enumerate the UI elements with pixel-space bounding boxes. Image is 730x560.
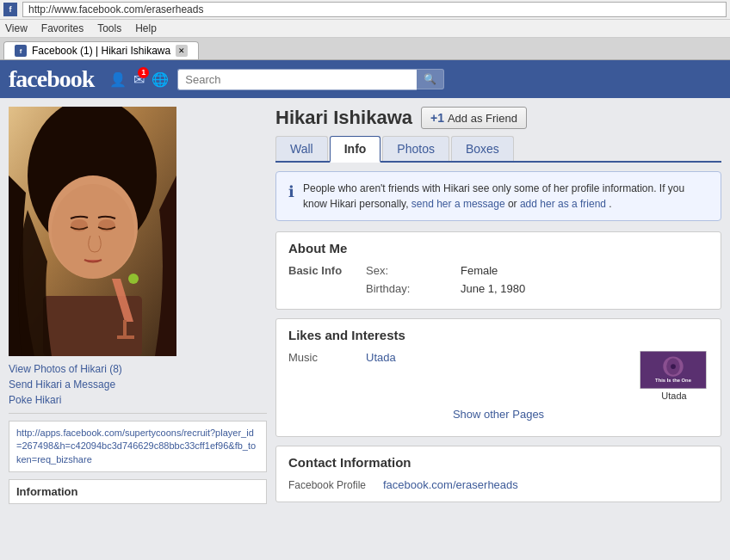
- view-photos-link[interactable]: View Photos of Hikari (8): [9, 363, 267, 375]
- browser-titlebar: f: [0, 0, 730, 20]
- music-category-label: Music: [288, 351, 366, 364]
- profile-divider: [9, 413, 267, 414]
- search-input[interactable]: [177, 69, 417, 90]
- search-button[interactable]: 🔍: [417, 69, 444, 89]
- poke-link[interactable]: Poke Hikari: [9, 394, 267, 406]
- nav-tools[interactable]: Tools: [97, 22, 121, 34]
- utada-card-svg: This Is the One: [640, 351, 706, 389]
- nav-view[interactable]: View: [5, 22, 28, 34]
- profile-photo: [9, 107, 176, 356]
- about-me-section: About Me Basic Info Sex: Female Birthday…: [275, 231, 721, 310]
- nav-favorites[interactable]: Favorites: [41, 22, 84, 34]
- sex-value: Female: [461, 264, 498, 277]
- svg-point-14: [671, 364, 676, 369]
- svg-rect-8: [123, 320, 127, 337]
- facebook-profile-row: Facebook Profile facebook.com/eraserhead…: [288, 478, 708, 493]
- tab-photos[interactable]: Photos: [382, 136, 449, 161]
- birthday-label: Birthday:: [366, 282, 461, 295]
- notice-text: People who aren't friends with Hikari se…: [303, 181, 708, 212]
- contact-section: Contact Information Facebook Profile fac…: [275, 446, 721, 502]
- notice-text-3: .: [609, 198, 611, 210]
- browser-tab[interactable]: f Facebook (1) | Hikari Ishikawa ✕: [3, 41, 199, 59]
- facebook-profile-label: Facebook Profile: [288, 478, 383, 493]
- plus-icon: +1: [430, 111, 444, 125]
- likes-title: Likes and Interests: [288, 328, 708, 342]
- tab-wall[interactable]: Wall: [275, 136, 328, 161]
- svg-point-10: [128, 274, 139, 284]
- music-card: This Is the One Utada: [640, 351, 708, 401]
- profile-photo-svg: [9, 107, 176, 356]
- notification-badge: 1: [138, 67, 149, 78]
- send-message-notice-link[interactable]: send her a message: [411, 198, 505, 210]
- friends-icon[interactable]: 👤: [109, 71, 127, 88]
- tab-favicon: f: [15, 45, 27, 57]
- add-friend-button[interactable]: +1 Add as Friend: [421, 107, 527, 129]
- search-box: 🔍: [177, 69, 444, 90]
- notice-text-2: or: [508, 198, 520, 210]
- svg-rect-9: [117, 335, 134, 339]
- music-card-image: This Is the One: [640, 351, 707, 389]
- music-link[interactable]: Utada: [366, 351, 396, 364]
- birthday-value: June 1, 1980: [461, 282, 525, 295]
- profile-photo-image: [9, 107, 176, 356]
- profile-links: View Photos of Hikari (8) Send Hikari a …: [9, 363, 267, 406]
- basic-info-label: Basic Info: [288, 264, 366, 277]
- right-column: Hikari Ishikawa +1 Add as Friend Wall In…: [275, 107, 721, 504]
- facebook-logo: facebook: [9, 65, 94, 93]
- profile-tabs: Wall Info Photos Boxes: [275, 136, 721, 163]
- info-notice: ℹ People who aren't friends with Hikari …: [275, 171, 721, 221]
- sex-label: Sex:: [366, 264, 461, 277]
- add-friend-notice-link[interactable]: add her as a friend: [520, 198, 606, 210]
- send-message-link[interactable]: Send Hikari a Message: [9, 378, 267, 391]
- info-notice-icon: ℹ: [288, 181, 294, 204]
- left-column: View Photos of Hikari (8) Send Hikari a …: [9, 107, 267, 504]
- browser-favicon: f: [3, 3, 17, 16]
- tab-label: Facebook (1) | Hikari Ishikawa: [32, 45, 170, 57]
- svg-text:This Is the One: This Is the One: [655, 378, 692, 383]
- tab-boxes[interactable]: Boxes: [451, 136, 514, 161]
- url-bar[interactable]: [22, 2, 727, 17]
- header-icons: 👤 ✉ 1 🌐: [109, 71, 169, 88]
- globe-icon[interactable]: 🌐: [152, 71, 169, 88]
- profile-name: Hikari Ishikawa: [275, 107, 412, 129]
- birthday-row: Birthday: June 1, 1980: [288, 282, 708, 295]
- browser-tab-bar: f Facebook (1) | Hikari Ishikawa ✕: [0, 38, 730, 60]
- basic-info-row: Basic Info Sex: Female: [288, 264, 708, 277]
- contact-title: Contact Information: [288, 455, 708, 470]
- show-other-pages-link[interactable]: Show other Pages: [288, 401, 708, 428]
- music-row: Music Utada: [288, 351, 396, 364]
- profile-name-row: Hikari Ishikawa +1 Add as Friend: [275, 107, 721, 129]
- svg-point-4: [52, 184, 134, 279]
- main-content: View Photos of Hikari (8) Send Hikari a …: [0, 98, 730, 513]
- app-link[interactable]: http://apps.facebook.com/supertycoons/re…: [9, 421, 267, 472]
- add-friend-label: Add as Friend: [448, 112, 517, 125]
- tab-close-button[interactable]: ✕: [176, 45, 188, 57]
- facebook-header: facebook 👤 ✉ 1 🌐 🔍: [0, 60, 730, 98]
- browser-nav: View Favorites Tools Help: [0, 20, 730, 38]
- information-title: Information: [9, 479, 267, 504]
- information-section: Information: [9, 479, 267, 504]
- tab-info[interactable]: Info: [330, 136, 381, 163]
- nav-help[interactable]: Help: [135, 22, 157, 34]
- likes-section: Likes and Interests Music Utada: [275, 318, 721, 437]
- about-me-title: About Me: [288, 241, 708, 255]
- music-card-label: Utada: [640, 391, 708, 401]
- facebook-profile-link[interactable]: facebook.com/eraserheads: [383, 478, 518, 493]
- messages-icon[interactable]: ✉ 1: [133, 71, 145, 88]
